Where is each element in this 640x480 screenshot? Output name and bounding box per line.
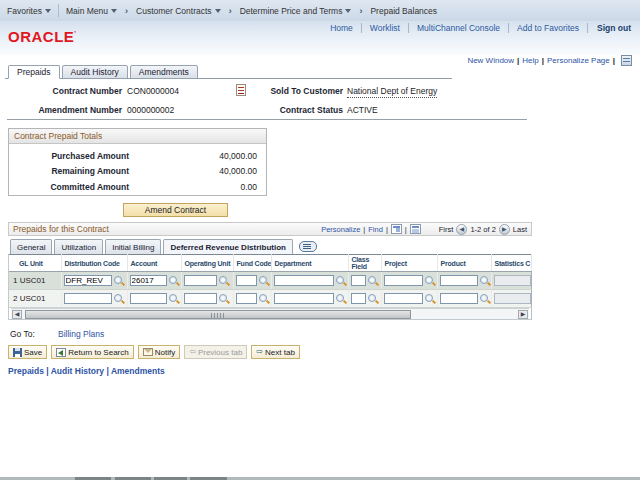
grid-row-2: 2 USC01	[9, 290, 531, 308]
grid-row-1: 1 USC01	[9, 272, 531, 290]
department-input[interactable]	[274, 293, 334, 304]
distribution-code-input[interactable]	[64, 293, 112, 304]
scroll-right-icon[interactable]: ▶	[518, 310, 528, 319]
row-number: 2	[13, 294, 17, 303]
lookup-icon[interactable]	[424, 275, 436, 287]
previous-row-icon[interactable]: ◀	[456, 224, 467, 235]
add-to-favorites-link[interactable]: Add to Favorites	[509, 23, 587, 33]
next-tab-button[interactable]: ⇨Next tab	[251, 345, 300, 359]
account-input[interactable]	[130, 275, 167, 286]
tab-amendments[interactable]: Amendments	[130, 65, 198, 79]
sold-to-customer-value[interactable]: National Dept of Energy	[347, 86, 437, 96]
horizontal-scrollbar[interactable]: ◀ ▶	[11, 308, 529, 319]
lookup-icon[interactable]	[168, 275, 180, 287]
project-input[interactable]	[384, 293, 423, 304]
billing-plans-link[interactable]: Billing Plans	[58, 329, 104, 339]
operating-unit-input[interactable]	[184, 275, 217, 286]
amend-contract-button[interactable]: Amend Contract	[123, 203, 228, 217]
footer-prepaids-link[interactable]: Prepaids	[8, 366, 44, 376]
department-input[interactable]	[274, 275, 334, 286]
lookup-icon[interactable]	[113, 293, 125, 305]
lookup-icon[interactable]	[168, 293, 180, 305]
lookup-icon[interactable]	[479, 293, 491, 305]
project-input[interactable]	[384, 275, 423, 286]
lookup-icon[interactable]	[424, 293, 436, 305]
previous-tab-icon: ⇦	[189, 348, 196, 356]
tab-prepaids[interactable]: Prepaids	[8, 65, 60, 79]
lookup-icon[interactable]	[113, 275, 125, 287]
personalize-page-link[interactable]: Personalize Page	[547, 56, 610, 65]
previous-tab-button: ⇦Previous tab	[184, 345, 247, 359]
lookup-icon[interactable]	[218, 293, 230, 305]
lookup-icon[interactable]	[335, 293, 347, 305]
row-number: 1	[13, 276, 17, 285]
grid-header-row: GL Unit Distribution Code Account Operat…	[9, 255, 531, 272]
lookup-icon[interactable]	[218, 275, 230, 287]
view-all-icon[interactable]	[391, 224, 402, 234]
find-link[interactable]: Find	[368, 225, 383, 234]
grid-tab-initial-billing[interactable]: Initial Billing	[105, 239, 161, 254]
lookup-icon[interactable]	[367, 275, 379, 287]
scrollbar-thumb[interactable]	[25, 310, 411, 319]
col-product: Product	[437, 255, 491, 272]
lookup-icon[interactable]	[258, 275, 270, 287]
chevron-down-icon	[345, 9, 351, 13]
product-input[interactable]	[440, 293, 478, 304]
product-input[interactable]	[440, 275, 478, 286]
lookup-icon[interactable]	[335, 275, 347, 287]
breadcrumb-item-prepaid-balances: Prepaid Balances	[363, 6, 444, 16]
personalize-link[interactable]: Personalize	[321, 225, 360, 234]
breadcrumb-favorites[interactable]: Favorites	[0, 6, 58, 16]
divider: |	[405, 225, 407, 234]
grid-tab-label: Utilization	[61, 243, 96, 252]
fund-code-input[interactable]	[236, 275, 257, 286]
help-link[interactable]: Help	[522, 56, 538, 65]
section-title: Prepaids for this Contract	[13, 224, 109, 234]
lookup-icon[interactable]	[258, 293, 270, 305]
sign-out-link[interactable]: Sign out	[588, 23, 634, 33]
grid-tab-general[interactable]: General	[10, 239, 52, 254]
class-field-input[interactable]	[351, 275, 366, 286]
breadcrumb-main-menu[interactable]: Main Menu	[59, 6, 124, 16]
footer-audit-history-link[interactable]: Audit History	[51, 366, 104, 376]
tab-audit-history[interactable]: Audit History	[62, 65, 128, 79]
next-row-icon[interactable]: ▶	[499, 224, 510, 235]
tab-label: Audit History	[71, 67, 119, 77]
distribution-code-input[interactable]	[64, 275, 112, 286]
toolbar: Save Return to Search Notify ⇦Previous t…	[8, 345, 300, 359]
download-icon[interactable]	[410, 224, 421, 234]
scroll-left-icon[interactable]: ◀	[12, 310, 22, 319]
col-project: Project	[381, 255, 437, 272]
fund-code-input[interactable]	[236, 293, 257, 304]
grid-tab-deferred-revenue[interactable]: Deferred Revenue Distribution	[163, 239, 293, 254]
oracle-logo: ORACLE'	[8, 28, 77, 45]
totals-title: Contract Prepaid Totals	[9, 129, 266, 144]
grid-tab-label: Deferred Revenue Distribution	[170, 243, 286, 252]
new-window-link[interactable]: New Window	[467, 56, 514, 65]
notify-button[interactable]: Notify	[138, 345, 180, 359]
lookup-icon[interactable]	[367, 293, 379, 305]
remaining-amount-value: 40,000.00	[219, 166, 257, 176]
footer-amendments-link[interactable]: Amendments	[111, 366, 165, 376]
remaining-amount-label: Remaining Amount	[17, 166, 129, 176]
amendment-number-value: 0000000002	[127, 105, 174, 115]
lookup-icon[interactable]	[479, 275, 491, 287]
home-link[interactable]: Home	[322, 23, 361, 33]
col-distribution-code: Distribution Code	[61, 255, 127, 272]
col-operating-unit: Operating Unit	[181, 255, 233, 272]
operating-unit-input[interactable]	[184, 293, 217, 304]
prepaids-section: Prepaids for this Contract Personalize| …	[8, 222, 532, 320]
breadcrumb-item-determine-price[interactable]: Determine Price and Terms	[233, 6, 359, 16]
http-icon[interactable]	[621, 55, 632, 66]
return-to-search-button[interactable]: Return to Search	[51, 345, 133, 359]
save-button[interactable]: Save	[8, 345, 47, 359]
breadcrumb-item-customer-contracts[interactable]: Customer Contracts	[129, 6, 228, 16]
class-field-input[interactable]	[351, 293, 366, 304]
account-input[interactable]	[130, 293, 167, 304]
contract-prepaid-totals-box: Contract Prepaid Totals Purchased Amount…	[8, 128, 267, 196]
show-all-columns-icon[interactable]	[299, 241, 317, 252]
multichannel-console-link[interactable]: MultiChannel Console	[409, 23, 508, 33]
worklist-link[interactable]: Worklist	[362, 23, 408, 33]
grid-tab-utilization[interactable]: Utilization	[54, 239, 103, 254]
save-icon	[13, 348, 22, 357]
